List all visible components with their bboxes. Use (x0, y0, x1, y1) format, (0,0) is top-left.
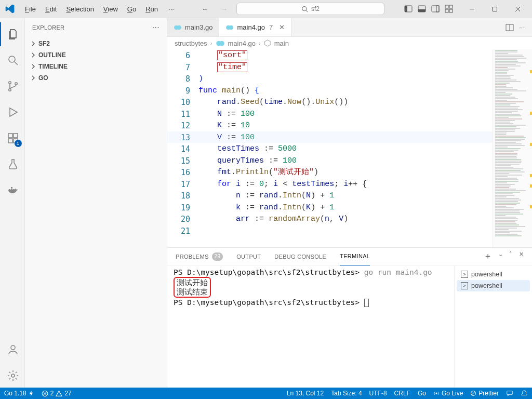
command-center-search[interactable]: sf2 (236, 3, 384, 15)
activity-accounts[interactable] (0, 338, 25, 362)
activity-run-debug[interactable] (0, 100, 25, 124)
maximize-panel-icon[interactable]: ˄ (509, 251, 512, 262)
terminal-session[interactable]: >powershell (457, 269, 530, 280)
status-eol[interactable]: CRLF (394, 390, 410, 397)
svg-point-19 (8, 89, 10, 91)
activity-source-control[interactable] (0, 74, 25, 98)
panel-tab-label: OUTPUT (236, 254, 261, 260)
tree-section-sf2[interactable]: SF2 (25, 38, 167, 49)
status-encoding[interactable]: UTF-8 (369, 390, 387, 397)
play-bug-icon (7, 106, 19, 118)
menu-view[interactable]: View (99, 4, 122, 14)
search-icon (301, 6, 308, 12)
breadcrumb-folder[interactable]: structbytes (175, 39, 207, 47)
svg-rect-8 (445, 5, 448, 8)
bottom-panel: PROBLEMS 29 OUTPUT DEBUG CONSOLE TERMINA… (167, 247, 532, 388)
menu-selection[interactable]: Selection (62, 4, 98, 14)
title-bar: FileEditSelectionViewGoRun ··· ← → sf2 (0, 0, 532, 18)
svg-rect-28 (11, 187, 12, 189)
menu-go[interactable]: Go (123, 4, 140, 14)
status-go-live[interactable]: Go Live (433, 390, 463, 397)
terminal-sessions-list: >powershell>powershell (454, 265, 532, 388)
panel-tab-debug-console[interactable]: DEBUG CONSOLE (274, 248, 326, 265)
text-editor[interactable]: 6789101112131415161718192021 "sort" "tim… (167, 49, 532, 247)
terminal-session[interactable]: >powershell (457, 280, 530, 291)
svg-point-29 (11, 345, 15, 350)
status-tab-size[interactable]: Tab Size: 4 (331, 390, 362, 397)
terminal-dropdown-icon[interactable]: ⌄ (498, 251, 503, 262)
feedback-icon (506, 390, 513, 397)
svg-line-17 (15, 62, 18, 65)
bell-icon (521, 390, 528, 397)
svg-point-0 (302, 6, 307, 10)
tree-section-go[interactable]: GO (25, 72, 167, 84)
code-content[interactable]: "sort" "time")func main() { rand.Seed(ti… (198, 49, 532, 247)
explorer-tree[interactable]: SF2OUTLINETIMELINEGO (25, 37, 167, 388)
svg-rect-13 (493, 7, 497, 11)
tree-section-timeline[interactable]: TIMELINE (25, 61, 167, 72)
branch-icon (7, 80, 19, 92)
search-icon (7, 54, 19, 66)
activity-testing[interactable] (0, 152, 25, 176)
nav-back-icon[interactable]: ← (198, 4, 212, 15)
minimap[interactable] (493, 49, 532, 247)
editor-more-icon[interactable]: ··· (519, 23, 525, 31)
activity-manage[interactable] (0, 364, 25, 388)
menu-overflow[interactable]: ··· (164, 4, 178, 14)
toggle-panel-icon[interactable] (418, 5, 426, 13)
extensions-badge: 1 (15, 140, 22, 147)
svg-point-38 (219, 41, 224, 46)
close-button[interactable] (506, 1, 529, 17)
panel-tab-label: DEBUG CONSOLE (274, 254, 326, 260)
status-notifications[interactable] (521, 390, 528, 397)
menu-file[interactable]: File (21, 4, 40, 14)
split-editor-icon[interactable] (506, 23, 514, 32)
svg-rect-21 (8, 134, 12, 138)
terminal-content[interactable]: PS D:\mysetup\gopath\src\sf2\structbytes… (167, 265, 454, 388)
sidebar-more-icon[interactable]: ··· (152, 23, 159, 32)
editor-tab[interactable]: main4.go7✕ (219, 18, 291, 36)
svg-point-20 (15, 83, 17, 85)
files-icon (7, 28, 19, 41)
svg-rect-23 (8, 139, 12, 143)
menu-run[interactable]: Run (141, 4, 162, 14)
tab-label: main4.go (237, 23, 264, 31)
tree-section-outline[interactable]: OUTLINE (25, 49, 167, 61)
menu-edit[interactable]: Edit (41, 4, 61, 14)
panel-tab-problems[interactable]: PROBLEMS 29 (176, 248, 223, 265)
breadcrumb-file[interactable]: main4.go (228, 39, 256, 47)
panel-tab-terminal[interactable]: TERMINAL (340, 248, 370, 265)
warning-icon (56, 390, 62, 397)
svg-rect-3 (405, 6, 407, 12)
activity-search[interactable] (0, 48, 25, 72)
terminal-shell-icon: > (461, 271, 468, 278)
line-number-gutter: 6789101112131415161718192021 (167, 49, 198, 247)
activity-extensions[interactable]: 1 (0, 126, 25, 150)
minimize-button[interactable] (460, 1, 483, 17)
activity-docker[interactable] (0, 178, 25, 202)
tab-close-icon[interactable]: ✕ (279, 23, 285, 31)
new-terminal-icon[interactable]: ＋ (484, 251, 492, 262)
toggle-primary-sidebar-icon[interactable] (404, 5, 413, 13)
close-panel-icon[interactable]: ✕ (519, 251, 524, 262)
editor-tab[interactable]: main3.go (167, 18, 219, 36)
panel-tab-output[interactable]: OUTPUT (236, 248, 261, 265)
maximize-button[interactable] (483, 1, 506, 17)
gear-icon (7, 369, 19, 382)
status-language[interactable]: Go (418, 390, 426, 397)
chevron-right-icon (30, 75, 36, 81)
status-go-version[interactable]: Go 1.18 (4, 390, 34, 397)
nav-forward-icon[interactable]: → (217, 4, 231, 15)
disallow-icon (470, 390, 476, 396)
status-prettier[interactable]: Prettier (470, 390, 499, 397)
svg-point-42 (435, 393, 437, 394)
toggle-secondary-sidebar-icon[interactable] (431, 5, 440, 13)
breadcrumb-symbol[interactable]: main (274, 39, 289, 47)
customize-layout-icon[interactable] (445, 5, 453, 13)
error-icon (42, 390, 48, 397)
status-cursor-position[interactable]: Ln 13, Col 12 (287, 390, 324, 397)
activity-explorer[interactable] (0, 22, 25, 46)
breadcrumb[interactable]: structbytes › main4.go › main (167, 37, 532, 49)
status-feedback[interactable] (506, 390, 513, 397)
status-problems[interactable]: 2 27 (42, 390, 72, 397)
